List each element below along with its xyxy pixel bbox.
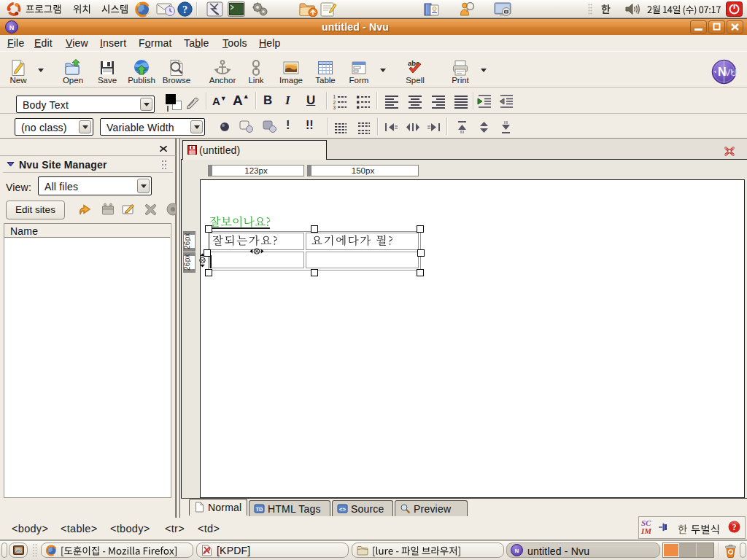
svg-text:<>: <> bbox=[339, 506, 347, 513]
svg-text:1: 1 bbox=[333, 94, 336, 99]
svg-text:TD: TD bbox=[256, 506, 264, 513]
svg-text:?: ? bbox=[182, 4, 187, 15]
svg-text:2: 2 bbox=[333, 100, 336, 105]
svg-text:N: N bbox=[515, 548, 519, 554]
svg-text:3: 3 bbox=[333, 105, 336, 110]
svg-text:?: ? bbox=[732, 523, 737, 532]
svg-text:VU: VU bbox=[724, 68, 737, 78]
